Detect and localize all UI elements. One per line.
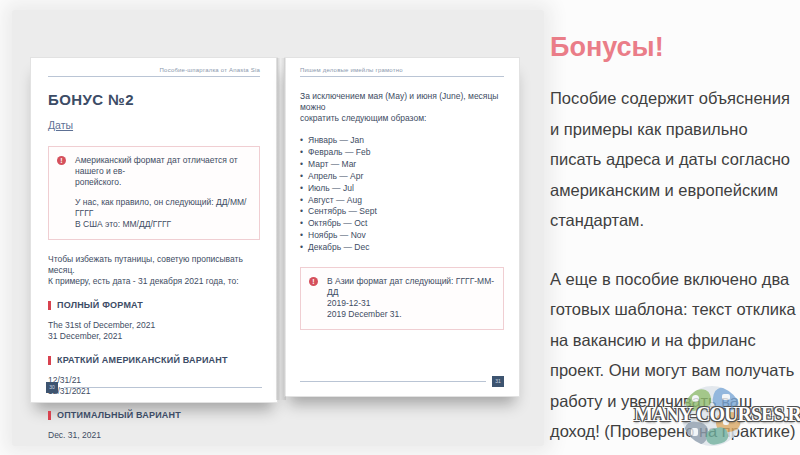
footer-rule (64, 387, 262, 388)
callout-text: В Азии формат дат следующий: ГГГГ-ММ-ДД (327, 276, 495, 298)
month-label: Август — Aug (308, 195, 362, 207)
month-list-item: •Октябрь — Oct (300, 218, 504, 230)
callout-text: У нас, как правило, он следующий: ДД/ММ/… (75, 197, 251, 219)
date-example: Dec. 31, 2021 (48, 430, 260, 441)
month-list-item: •Август — Aug (300, 195, 504, 207)
intro-text: К примеру, есть дата - 31 декабря 2021 г… (48, 276, 260, 287)
globe-detail (692, 395, 699, 402)
page-footer: 31 (300, 376, 504, 387)
page-number-badge: 31 (492, 376, 504, 387)
month-abbreviation-list: •Январь — Jan•Февраль — Feb•Март — Mar•А… (300, 135, 504, 254)
bullet-icon: • (300, 159, 308, 171)
month-list-item: •Февраль — Feb (300, 147, 504, 159)
callout-text: 2019 December 31. (327, 309, 495, 320)
month-list-item: •Сентябрь — Sept (300, 206, 504, 218)
book-spine-shadow (276, 58, 286, 400)
asia-format-callout: ! В Азии формат дат следующий: ГГГГ-ММ-Д… (300, 267, 504, 330)
month-label: Апрель — Apr (308, 171, 363, 183)
callout-text: 2019-12-31 (327, 298, 495, 309)
red-bar-icon (48, 356, 51, 365)
month-list-item: •Декабрь — Dec (300, 242, 504, 254)
bullet-icon: • (300, 206, 308, 218)
date-example: 31 December, 2021 (48, 331, 260, 342)
watermark-text: MANY-COURSES.RU (634, 403, 800, 426)
callout-text: ропейского. (75, 177, 251, 188)
format-label: ОПТИМАЛЬНЫЙ ВАРИАНТ (57, 410, 181, 420)
warning-icon: ! (309, 277, 318, 286)
red-bar-icon (48, 301, 51, 310)
month-label: Декабрь — Dec (308, 242, 369, 254)
dates-link[interactable]: Даты (48, 119, 73, 131)
spacer (75, 188, 251, 197)
month-label: Октябрь — Oct (308, 218, 367, 230)
globe-detail (691, 428, 698, 436)
globe-detail (722, 394, 730, 400)
bullet-icon: • (300, 230, 308, 242)
month-list-item: •Январь — Jan (300, 135, 504, 147)
format-label: КРАТКИЙ АМЕРИКАНСКИЙ ВАРИАНТ (57, 355, 228, 365)
month-label: Сентябрь — Sept (308, 206, 377, 218)
page-running-header: Пишем деловые имейлы грамотно (300, 67, 504, 77)
bullet-icon: • (300, 183, 308, 195)
format-heading-full: ПОЛНЫЙ ФОРМАТ (48, 300, 260, 310)
bullet-icon: • (300, 171, 308, 183)
month-label: Март — Mar (308, 159, 356, 171)
month-list-item: •Ноябрь — Nov (300, 230, 504, 242)
many-courses-logo: MANY-COURSES.RU (634, 384, 800, 452)
month-list-item: •Апрель — Apr (300, 171, 504, 183)
month-label: Июль — Jul (308, 183, 354, 195)
month-label: Январь — Jan (308, 135, 364, 147)
format-heading-short: КРАТКИЙ АМЕРИКАНСКИЙ ВАРИАНТ (48, 355, 260, 365)
intro-text: Чтобы избежать путаницы, советую прописы… (48, 254, 260, 276)
promo-title: Бонусы! (550, 32, 800, 63)
bonus-title: БОНУС №2 (48, 91, 260, 108)
format-label: ПОЛНЫЙ ФОРМАТ (57, 300, 143, 310)
american-format-callout: ! Американский формат дат отличается от … (48, 146, 260, 240)
bullet-icon: • (300, 218, 308, 230)
bullet-icon: • (300, 195, 308, 207)
page-running-header: Пособие-шпаргалка от Anasta Sia (48, 67, 260, 77)
warning-icon: ! (57, 156, 66, 165)
page-footer: 30 (46, 382, 262, 393)
callout-text: Американский формат дат отличается от на… (75, 155, 251, 177)
bullet-icon: • (300, 135, 308, 147)
booklet-left-page: Пособие-шпаргалка от Anasta Sia БОНУС №2… (30, 57, 278, 403)
page-number-badge: 30 (46, 382, 58, 393)
format-heading-optimal: ОПТИМАЛЬНЫЙ ВАРИАНТ (48, 410, 260, 420)
promo-paragraph: Пособие содержит объяснения и примеры ка… (550, 83, 800, 236)
callout-text: В США это: ММ/ДД/ГГГГ (75, 219, 251, 230)
month-label: Февраль — Feb (308, 147, 370, 159)
footer-rule (300, 381, 486, 382)
intro-text: За исключением мая (May) и июня (June), … (300, 91, 504, 113)
intro-text: сократить следующим образом: (300, 113, 504, 124)
month-label: Ноябрь — Nov (308, 230, 366, 242)
bullet-icon: • (300, 242, 308, 254)
bullet-icon: • (300, 147, 308, 159)
red-bar-icon (48, 411, 51, 420)
booklet-right-page: Пишем деловые имейлы грамотно За исключе… (284, 57, 520, 397)
month-list-item: •Март — Mar (300, 159, 504, 171)
date-example: The 31st of December, 2021 (48, 320, 260, 331)
month-list-item: •Июль — Jul (300, 183, 504, 195)
